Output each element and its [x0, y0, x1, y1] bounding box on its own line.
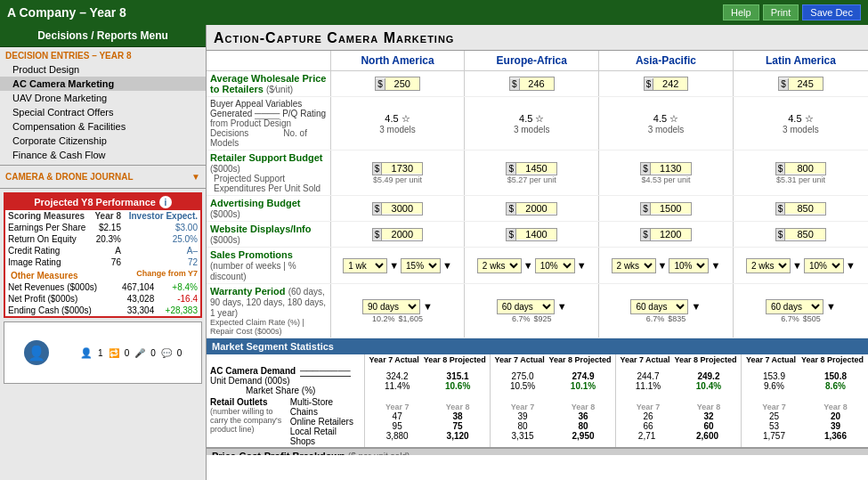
promo-week-select-la[interactable]: 2 wks1 wk3 wks — [746, 258, 791, 273]
promo-discount-select-la[interactable]: 10%15%20% — [804, 258, 844, 273]
claim-rate-ap: 6.7% — [646, 314, 665, 323]
retailer-field-ap[interactable] — [651, 163, 691, 174]
repair-cost-ap: $835 — [668, 314, 685, 323]
local-yr8-la: 1,366 — [824, 431, 847, 441]
repair-cost-na: $1,605 — [399, 314, 424, 323]
pcp-header: Price-Cost-Profit Breakdown ($ per unit … — [207, 447, 868, 455]
mic-icon[interactable]: 🎤 — [134, 348, 145, 358]
dollar-input-ea: $ — [509, 77, 555, 91]
website-label[interactable]: Website Displays/Info ($000s) — [210, 224, 312, 245]
perf-table: Scoring Measures Year 8 Investor Expect.… — [5, 210, 200, 268]
retweet-icon[interactable]: 🔁 — [109, 348, 119, 358]
perf-box-header: Projected Y8 Performance i — [5, 194, 200, 210]
help-button[interactable]: Help — [723, 4, 759, 20]
unit-demand-label: Unit Demand (000s) — [210, 376, 289, 386]
table-row: Ending Cash ($000s) 33,304 +28,383 — [5, 305, 200, 316]
save-button[interactable]: Save Dec — [802, 4, 861, 20]
promo-discount-select-ap[interactable]: 10%15%20% — [669, 258, 709, 273]
yr8-col-header: Year 8 — [91, 210, 124, 222]
multi-yr7-ea: 39 — [518, 411, 528, 421]
sales-promo-label[interactable]: Sales Promotions — [210, 249, 293, 260]
website-field-na[interactable] — [382, 229, 422, 240]
sidebar-item-corporate[interactable]: Corporate Citizenship — [0, 134, 206, 148]
table-row: Credit Rating A A– — [5, 245, 200, 256]
camera-journal-link[interactable]: CAMERA & DRONE JOURNAL ▼ — [0, 168, 206, 185]
sidebar: Decisions / Reports Menu DECISION ENTRIE… — [0, 25, 207, 480]
yr7-label-la: Year 7 Actual — [746, 355, 796, 364]
person-icon[interactable]: 👤 — [80, 347, 93, 359]
website-row: Website Displays/Info ($000s) $ — [207, 222, 868, 248]
price-field-la[interactable] — [789, 77, 823, 90]
other-measures-table: Net Revenues ($000s) 467,104 +8.4% Net P… — [5, 281, 200, 316]
multi-yr8-ea: 36 — [578, 411, 588, 421]
website-field-ap[interactable] — [651, 229, 691, 240]
retailer-input-la: $ — [775, 162, 827, 175]
sales-promo-sublabel: (number of weeks | % discount) — [210, 261, 296, 281]
promo-week-select-ea[interactable]: 2 wks1 wk3 wks — [477, 258, 522, 273]
demand-yr7-ap: 244.7 — [637, 371, 659, 381]
models-ap: 3 models — [601, 125, 731, 134]
region-header-ea: Europe-Africa — [465, 51, 599, 71]
sidebar-header: Decisions / Reports Menu — [0, 25, 206, 47]
promo-discount-select-na[interactable]: 15%10%20% — [401, 258, 441, 273]
ac-demand-label: AC Camera Demand — [210, 366, 296, 376]
sidebar-item-product-design[interactable]: Product Design — [0, 62, 206, 77]
change-col-header: Change from Y7 — [136, 269, 198, 281]
retailer-field-la[interactable] — [785, 163, 825, 174]
stars-la: 4.5 ☆ — [735, 113, 866, 125]
warranty-select-la[interactable]: 60 days90 days120 days — [766, 299, 823, 314]
scroll-content[interactable]: Action-Capture Camera Marketing North Am… — [207, 25, 868, 455]
demand-yr7-na: 324.2 — [386, 371, 409, 381]
info-icon[interactable]: i — [159, 196, 172, 208]
sidebar-item-ac-camera[interactable]: AC Camera Marketing — [0, 77, 206, 91]
market-stats-header: Market Segment Statistics — [207, 338, 868, 354]
region-header-ap: Asia-Pacific — [599, 51, 734, 71]
chat-icon[interactable]: 💬 — [161, 348, 172, 358]
price-input-na: $ — [333, 77, 463, 91]
advertising-label[interactable]: Advertising Budget ($000s) — [210, 198, 300, 219]
advertising-row: Advertising Budget ($000s) $ — [207, 196, 868, 222]
social-area: 👤 👤 1 🔁 0 🎤 0 💬 0 — [4, 321, 202, 384]
multi-yr7-ap: 26 — [643, 411, 653, 421]
demand-yr8-la: 150.8 — [824, 371, 847, 381]
website-field-la[interactable] — [785, 229, 825, 240]
price-field-ap[interactable] — [653, 77, 687, 90]
retailer-label[interactable]: Retailer Support Budget ($000s) — [210, 152, 323, 174]
online-yr8-ea: 80 — [578, 421, 588, 431]
retailer-field-na[interactable] — [382, 163, 422, 174]
dollar-input-la: $ — [778, 77, 823, 91]
advertising-field-la[interactable] — [785, 203, 825, 214]
table-row: Net Revenues ($000s) 467,104 +8.4% — [5, 281, 200, 293]
yr8-label-na: Year 8 Projected — [424, 355, 486, 364]
advertising-field-na[interactable] — [382, 203, 422, 214]
table-row: Image Rating 76 72 — [5, 256, 200, 268]
sidebar-divider-2 — [0, 188, 206, 189]
warranty-row: Warranty Period (60 days, 90 days, 120 d… — [207, 284, 868, 338]
sidebar-item-special-contract[interactable]: Special Contract Offers — [0, 105, 206, 119]
warranty-select-na[interactable]: 90 days60 days120 days — [362, 299, 420, 314]
website-field-ea[interactable] — [516, 229, 556, 240]
warranty-label[interactable]: Warranty Period — [210, 286, 286, 297]
advertising-field-ap[interactable] — [651, 203, 691, 214]
sidebar-item-compensation[interactable]: Compensation & Facilities — [0, 119, 206, 134]
stars-ap: 4.5 ☆ — [601, 113, 731, 125]
table-row: Net Profit ($000s) 43,028 -16.4 — [5, 293, 200, 305]
online-yr8-ap: 60 — [703, 421, 713, 431]
retailer-input-ea: $ — [506, 162, 557, 175]
warranty-select-ea[interactable]: 60 days90 days120 days — [497, 299, 555, 314]
promo-week-select-ap[interactable]: 2 wks1 wk3 wks — [612, 258, 656, 273]
investor-col-header: Investor Expect. — [124, 210, 200, 222]
sidebar-divider — [0, 165, 206, 166]
sidebar-item-finance[interactable]: Finance & Cash Flow — [0, 148, 206, 162]
warranty-select-ap[interactable]: 60 days90 days120 days — [630, 299, 688, 314]
promo-week-select-na[interactable]: 1 wk2 wks3 wks4 wks — [343, 258, 387, 273]
print-button[interactable]: Print — [763, 4, 799, 20]
price-field-ea[interactable] — [520, 77, 554, 90]
advertising-field-ea[interactable] — [516, 203, 556, 214]
promo-discount-select-ea[interactable]: 10%15%20% — [535, 258, 575, 273]
local-yr8-ea: 2,950 — [572, 431, 595, 441]
sidebar-item-uav-drone[interactable]: UAV Drone Marketing — [0, 91, 206, 105]
share-yr8-ea: 10.1% — [571, 381, 596, 391]
retailer-field-ea[interactable] — [516, 163, 556, 174]
price-field-na[interactable] — [385, 77, 419, 90]
